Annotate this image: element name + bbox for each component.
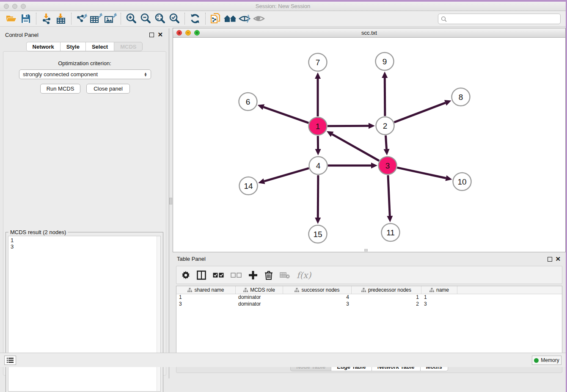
close-panel-icon[interactable]: ✕: [157, 31, 163, 38]
vertical-splitter[interactable]: [169, 28, 173, 378]
settings-gear-icon[interactable]: [182, 270, 190, 281]
network-canvas[interactable]: 7968124314101511: [173, 38, 565, 252]
table-cell[interactable]: dominator: [236, 301, 283, 308]
edge-arrowhead: [258, 178, 265, 184]
add-column-icon[interactable]: [248, 270, 258, 281]
show-panels-button[interactable]: [252, 12, 266, 25]
table-cell[interactable]: 1: [176, 294, 236, 301]
zoom-fit-button[interactable]: [153, 12, 167, 25]
delete-column-icon[interactable]: [264, 270, 273, 281]
edge-arrowhead: [445, 175, 452, 181]
close-table-panel-icon[interactable]: ✕: [555, 256, 561, 262]
node-table[interactable]: shared nameMCDS rolesuccessor nodesprede…: [176, 286, 562, 359]
edge-arrowhead: [371, 163, 377, 168]
run-mcds-button[interactable]: Run MCDS: [40, 84, 80, 94]
main-title-bar: Session: New Session: [0, 2, 566, 11]
edge-arrowhead: [315, 218, 321, 224]
graph-edge-4-15[interactable]: [318, 175, 318, 218]
network-resize-handle[interactable]: [364, 249, 368, 251]
memory-label: Memory: [541, 357, 559, 363]
toolbar-separator: [121, 13, 121, 25]
delete-table-icon[interactable]: [280, 270, 290, 281]
table-row[interactable]: 3dominator323: [176, 301, 562, 308]
criterion-dropdown[interactable]: strongly connected component ▲▼: [19, 69, 151, 79]
column-header-MCDS-role[interactable]: MCDS role: [236, 286, 283, 294]
table-cell[interactable]: 3: [283, 301, 352, 308]
graph-edge-1-2[interactable]: [328, 126, 369, 126]
node-label: 6: [246, 97, 250, 106]
result-scrollbar[interactable]: [157, 236, 160, 391]
zoom-out-button[interactable]: [138, 12, 153, 25]
search-box[interactable]: [438, 14, 561, 24]
mcds-result-text[interactable]: 1 3: [8, 236, 161, 392]
tab-network[interactable]: Network: [26, 42, 60, 51]
tab-mcds[interactable]: MCDS: [114, 42, 143, 51]
show-columns-icon[interactable]: [197, 270, 206, 281]
splitter-handle[interactable]: [169, 198, 172, 204]
edge-arrowhead: [315, 149, 321, 155]
toolbar-separator: [205, 13, 206, 25]
zoom-selected-button[interactable]: [167, 12, 182, 25]
select-all-checkboxes-icon[interactable]: [213, 270, 224, 281]
float-table-panel-icon[interactable]: [548, 257, 552, 262]
node-label: 1: [316, 122, 320, 131]
column-header-shared-name[interactable]: shared name: [176, 286, 236, 294]
table-cell[interactable]: 1: [421, 294, 457, 301]
task-history-button[interactable]: [4, 356, 16, 365]
table-cell[interactable]: 4: [283, 294, 352, 301]
import-table-button[interactable]: [54, 12, 68, 25]
graph-edge-1-6[interactable]: [264, 107, 309, 123]
import-network-button[interactable]: [39, 12, 54, 25]
sort-column-icon: [187, 288, 192, 293]
save-session-button[interactable]: [19, 12, 33, 25]
close-panel-button[interactable]: Close panel: [86, 84, 130, 94]
table-panel-title: Table Panel: [177, 256, 206, 262]
table-header-row: shared nameMCDS rolesuccessor nodesprede…: [176, 286, 562, 294]
float-panel-icon[interactable]: [149, 33, 154, 37]
hide-panels-button[interactable]: [237, 12, 252, 25]
status-bar: Memory: [0, 353, 566, 367]
export-table-button[interactable]: [89, 12, 103, 25]
graph-edge-2-3[interactable]: [385, 135, 386, 149]
sort-column-icon: [361, 288, 366, 293]
optimization-criterion-label: Optimization criterion:: [3, 60, 166, 66]
table-cell[interactable]: 1: [352, 294, 421, 301]
clone-network-button[interactable]: [209, 12, 223, 25]
edge-arrowhead: [382, 72, 388, 78]
tab-style[interactable]: Style: [60, 42, 85, 51]
export-image-button[interactable]: [103, 12, 118, 25]
table-cell[interactable]: 3: [176, 301, 236, 308]
mcds-result-group: MCDS result (2 nodes) 1 3: [6, 232, 163, 392]
graph-edge-2-8[interactable]: [394, 103, 446, 122]
function-builder-icon[interactable]: f(x): [297, 270, 311, 281]
memory-button[interactable]: Memory: [532, 356, 561, 365]
table-cell[interactable]: 2: [352, 301, 421, 308]
zoom-in-button[interactable]: [124, 12, 138, 25]
export-network-button[interactable]: [74, 12, 89, 25]
deselect-all-checkboxes-icon[interactable]: [231, 270, 242, 281]
criterion-value: strongly connected component: [23, 71, 98, 77]
node-label: 10: [457, 177, 466, 186]
graph-edge-2-9[interactable]: [385, 78, 385, 116]
table-row[interactable]: 1dominator411: [176, 294, 562, 301]
home-button[interactable]: [223, 12, 237, 25]
graph-edge-3-10[interactable]: [397, 168, 446, 178]
graph-edge-3-11[interactable]: [388, 175, 390, 216]
node-label: 14: [244, 182, 253, 190]
table-cell[interactable]: dominator: [236, 294, 283, 301]
node-label: 3: [385, 161, 390, 170]
open-session-button[interactable]: [4, 12, 19, 25]
column-header-successor-nodes[interactable]: successor nodes: [283, 286, 352, 294]
graph-edge-4-14[interactable]: [264, 168, 308, 181]
graph-edge-3-1[interactable]: [332, 134, 379, 161]
control-panel-tabs: Network Style Select MCDS: [0, 42, 169, 51]
table-cell[interactable]: 3: [421, 301, 457, 308]
search-input[interactable]: [447, 16, 560, 22]
search-icon: [441, 16, 447, 22]
tab-select[interactable]: Select: [85, 42, 114, 51]
column-header-name[interactable]: name: [421, 286, 457, 294]
refresh-layout-button[interactable]: [188, 12, 202, 25]
column-header-predecessor-nodes[interactable]: predecessor nodes: [352, 286, 421, 294]
mcds-result-title: MCDS result (2 nodes): [8, 229, 68, 235]
edge-arrowhead: [258, 104, 264, 110]
